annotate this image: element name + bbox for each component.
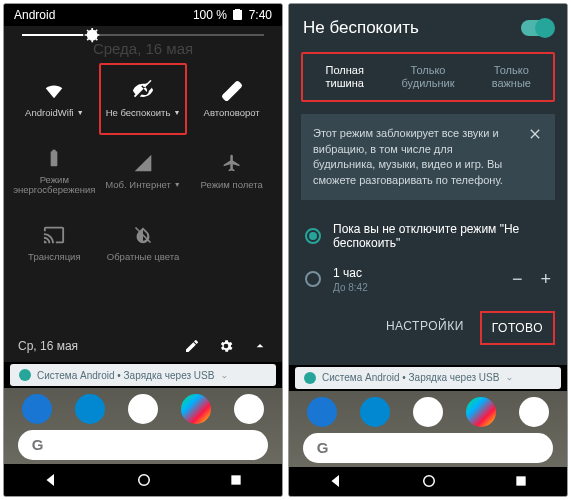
footer-date: Ср, 16 мая [18,339,184,353]
tile-airplane[interactable]: Режим полета [187,135,276,207]
phone-right: Не беспокоить Полнаятишина Толькобудильн… [288,3,568,497]
option-until-off[interactable]: Пока вы не отключите режим "Не беспокоит… [301,214,555,258]
android-system-icon [19,369,31,381]
tab-alarms-only[interactable]: Толькобудильник [386,54,469,100]
panel-date-bg: Среда, 16 мая [4,38,282,63]
app-play[interactable] [466,397,496,427]
settings-button[interactable]: НАСТРОЙКИ [376,311,474,345]
android-system-icon [304,372,316,384]
plus-button[interactable]: + [540,269,551,290]
app-messages[interactable] [360,397,390,427]
cast-icon [43,224,65,246]
tile-wifi[interactable]: AndroidWifi▼ [10,63,99,135]
app-messages[interactable] [75,394,105,424]
notification-usb[interactable]: Система Android • Зарядка через USB ⌵ [295,367,561,389]
status-bar: Android 100 % 7:40 [4,4,282,26]
qs-footer: Ср, 16 мая [4,330,282,362]
rotate-icon [221,80,243,102]
app-phone[interactable] [22,394,52,424]
search-bar[interactable]: G [18,430,268,460]
quick-settings-panel: Среда, 16 мая AndroidWifi▼ Не беспокоить… [4,26,282,362]
google-g-icon: G [30,435,50,455]
dnd-body: Полнаятишина Толькобудильник Тольковажны… [289,52,567,365]
app-chrome[interactable] [234,394,264,424]
edit-icon[interactable] [184,338,200,354]
svg-point-4 [424,476,435,487]
chevron-down-icon: ⌵ [222,371,227,380]
app-play[interactable] [181,394,211,424]
dnd-toggle-switch[interactable] [521,20,553,36]
svg-text:G: G [317,439,329,456]
nav-recent[interactable] [228,472,244,488]
close-icon[interactable] [527,126,543,188]
radio-unchecked-icon [305,271,321,287]
app-chrome[interactable] [519,397,549,427]
chevron-down-icon: ▼ [174,181,181,189]
chevron-down-icon: ▼ [173,109,180,117]
dnd-icon [132,80,154,102]
dnd-title: Не беспокоить [303,18,521,38]
data-icon [132,152,154,174]
dock: G [4,388,282,464]
chevron-up-icon[interactable] [252,338,268,354]
option-one-hour[interactable]: 1 час До 8:42 − + [301,258,555,301]
nav-bar [4,464,282,496]
dock: G [289,391,567,467]
radio-checked-icon [305,228,321,244]
phone-left: Android 100 % 7:40 Среда, 16 мая Android… [3,3,283,497]
brightness-slider[interactable] [4,26,282,38]
tile-cast[interactable]: Трансляция [10,207,99,279]
notification-usb[interactable]: Система Android • Зарядка через USB ⌵ [10,364,276,386]
tile-invert-colors[interactable]: Обратные цвета [99,207,188,279]
gear-icon[interactable] [218,338,234,354]
done-button[interactable]: ГОТОВО [480,311,555,345]
tile-dnd[interactable]: Не беспокоить▼ [99,63,188,135]
svg-text:G: G [32,436,44,453]
nav-home[interactable] [135,471,153,489]
battery-icon [43,147,65,169]
tile-mobile-data[interactable]: Моб. Интернет▼ [99,135,188,207]
airplane-icon [221,152,243,174]
nav-bar [289,467,567,496]
tab-priority-only[interactable]: Тольковажные [470,54,553,100]
app-phone[interactable] [307,397,337,427]
app-gmail[interactable] [413,397,443,427]
dnd-tabs: Полнаятишина Толькобудильник Тольковажны… [301,52,555,102]
nav-back[interactable] [42,471,60,489]
status-label: Android [14,8,55,22]
chevron-down-icon: ▼ [77,109,84,117]
brightness-thumb-icon[interactable] [83,25,103,45]
app-gmail[interactable] [128,394,158,424]
svg-rect-5 [517,477,526,486]
status-right: 100 % 7:40 [193,8,272,22]
tile-autorotate[interactable]: Автоповорот [187,63,276,135]
search-bar[interactable]: G [303,433,553,463]
tile-battery-saver[interactable]: Режим энергосбережения [10,135,99,207]
svg-point-1 [139,475,150,486]
chevron-down-icon: ⌵ [507,373,512,382]
nav-home[interactable] [420,472,438,490]
minus-button[interactable]: − [512,269,523,290]
dnd-info-box: Этот режим заблокирует все звуки и вибра… [301,114,555,200]
nav-recent[interactable] [513,473,529,489]
qs-tiles: AndroidWifi▼ Не беспокоить▼ Автоповорот … [4,63,282,279]
nav-back[interactable] [327,472,345,490]
invert-icon [132,224,154,246]
google-g-icon: G [315,438,335,458]
dnd-header: Не беспокоить [289,4,567,52]
tab-total-silence[interactable]: Полнаятишина [303,54,386,100]
wifi-icon [43,80,65,102]
svg-rect-2 [232,475,241,484]
